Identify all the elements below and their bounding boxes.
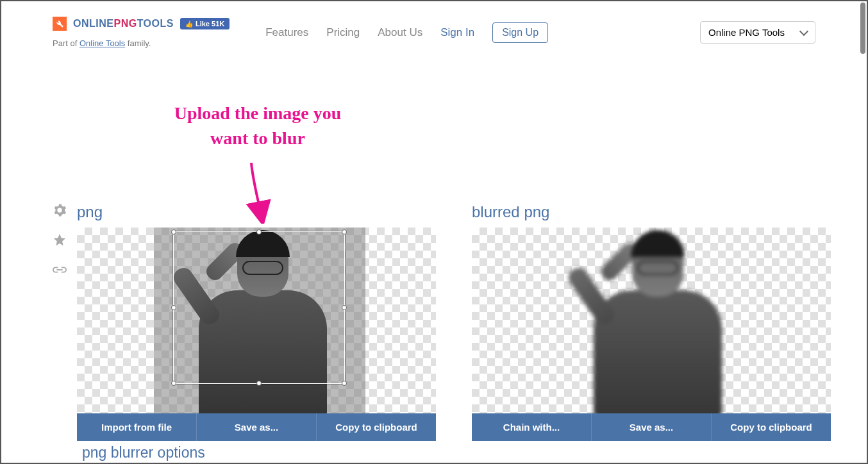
part-of-suffix: family. — [125, 38, 151, 48]
logo-row: ONLINEPNGTOOLS Like 51K — [53, 17, 230, 31]
options-title: png blurrer options — [82, 444, 205, 461]
annotation-line2: want to blur — [129, 126, 386, 151]
star-icon[interactable] — [53, 233, 67, 251]
logo-online: ONLINE — [73, 18, 113, 29]
input-panel-title: png — [77, 203, 436, 221]
input-button-bar: Import from file Save as... Copy to clip… — [77, 413, 436, 441]
annotation-line1: Upload the image you — [129, 101, 386, 126]
selection-box[interactable] — [173, 231, 345, 384]
nav: Features Pricing About Us Sign In Sign U… — [265, 22, 548, 43]
signup-button[interactable]: Sign Up — [492, 22, 548, 43]
selection-handle[interactable] — [342, 381, 347, 386]
site-selector-dropdown[interactable]: Online PNG Tools — [700, 21, 815, 44]
selection-handle[interactable] — [171, 229, 176, 235]
part-of-text: Part of Online Tools family. — [53, 38, 151, 48]
scrollbar[interactable] — [860, 3, 865, 54]
output-panel-title: blurred png — [472, 203, 831, 221]
link-icon[interactable] — [53, 262, 67, 279]
logo-text[interactable]: ONLINEPNGTOOLS — [73, 18, 174, 29]
input-canvas[interactable] — [77, 228, 436, 413]
annotation-text: Upload the image you want to blur — [129, 101, 386, 151]
nav-features[interactable]: Features — [265, 26, 308, 39]
output-canvas[interactable] — [472, 228, 831, 413]
nav-about[interactable]: About Us — [378, 26, 422, 39]
online-tools-link[interactable]: Online Tools — [79, 38, 125, 48]
part-of-prefix: Part of — [53, 38, 79, 48]
logo-group: ONLINEPNGTOOLS Like 51K Part of Online T… — [53, 17, 230, 48]
logo-png: PNG — [113, 18, 137, 29]
chain-with-button[interactable]: Chain with... — [472, 413, 592, 441]
input-panel: png Imp — [77, 203, 436, 441]
gear-icon[interactable] — [53, 203, 67, 221]
fb-like-button[interactable]: Like 51K — [180, 18, 230, 29]
copy-to-clipboard-button[interactable]: Copy to clipboard — [712, 413, 831, 441]
selection-handle[interactable] — [342, 305, 347, 310]
output-button-bar: Chain with... Save as... Copy to clipboa… — [472, 413, 831, 441]
nav-pricing[interactable]: Pricing — [326, 26, 360, 39]
side-toolbar — [53, 203, 67, 441]
header: ONLINEPNGTOOLS Like 51K Part of Online T… — [1, 1, 867, 48]
selection-handle[interactable] — [342, 229, 347, 235]
selection-handle[interactable] — [171, 305, 176, 310]
copy-to-clipboard-button[interactable]: Copy to clipboard — [317, 413, 436, 441]
selection-handle[interactable] — [256, 381, 262, 386]
site-selector-label: Online PNG Tools — [708, 27, 785, 38]
content-area: png Imp — [53, 203, 831, 441]
logo-tools: TOOLS — [137, 18, 174, 29]
nav-signin[interactable]: Sign In — [440, 26, 474, 39]
selection-handle[interactable] — [171, 381, 176, 386]
wrench-icon — [53, 17, 67, 31]
save-as-button[interactable]: Save as... — [197, 413, 317, 441]
panels: png Imp — [77, 203, 831, 441]
import-from-file-button[interactable]: Import from file — [77, 413, 197, 441]
save-as-button[interactable]: Save as... — [592, 413, 712, 441]
output-image — [581, 233, 735, 413]
output-panel: blurred png Chain with... Save as... Cop… — [472, 203, 831, 441]
selection-handle[interactable] — [256, 229, 262, 235]
